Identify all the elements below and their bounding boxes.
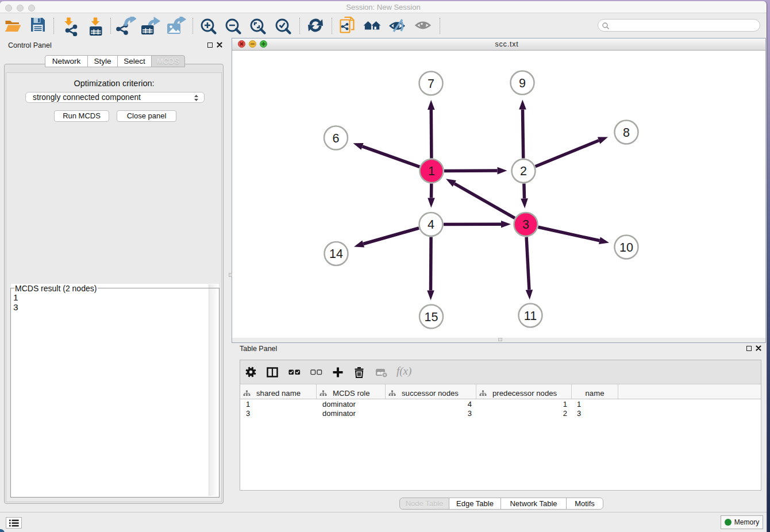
svg-text:3: 3 <box>522 218 529 232</box>
svg-text:14: 14 <box>329 247 343 261</box>
svg-text:9: 9 <box>519 76 526 90</box>
svg-text:11: 11 <box>524 309 537 323</box>
svg-text:2: 2 <box>520 164 527 178</box>
svg-text:15: 15 <box>425 310 438 324</box>
svg-text:4: 4 <box>428 218 434 232</box>
svg-text:1: 1 <box>428 164 435 178</box>
svg-text:6: 6 <box>333 132 340 145</box>
svg-text:7: 7 <box>428 77 434 91</box>
svg-text:10: 10 <box>619 241 633 255</box>
svg-text:8: 8 <box>623 126 630 140</box>
